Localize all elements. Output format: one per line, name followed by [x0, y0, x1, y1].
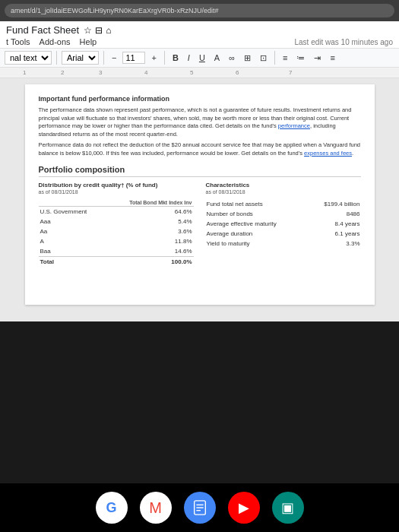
- decrease-font-icon[interactable]: −: [109, 52, 119, 64]
- strikethrough-button[interactable]: A: [211, 52, 223, 64]
- char-row-3: Average duration 6.1 years: [206, 229, 361, 239]
- char-row-0: Fund total net assets $199.4 billion: [206, 199, 361, 209]
- portfolio-grid: Distribution by credit quality† (% of fu…: [39, 182, 361, 267]
- toolbar: nal text Arial − + B I U A ∞ ⊞ ⊡ ≡ ≔ ⇥ ≡: [0, 48, 399, 68]
- document-page: Important fund performance information T…: [25, 84, 375, 305]
- dist-row-4: Baa 14.6%: [39, 246, 194, 257]
- align-icon[interactable]: ≡: [280, 52, 290, 64]
- menu-help[interactable]: Help: [80, 37, 97, 46]
- italic-button[interactable]: I: [185, 52, 193, 64]
- char-label: Average duration: [206, 229, 299, 239]
- dist-label: Aaa: [39, 217, 106, 226]
- char-label: Average effective maturity: [206, 219, 299, 229]
- char-label: Fund total net assets: [206, 199, 299, 209]
- char-value: 3.3%: [299, 239, 361, 249]
- star-icon[interactable]: ☆: [84, 25, 92, 36]
- gmail-icon[interactable]: M: [140, 492, 172, 524]
- dist-label: A: [39, 236, 106, 246]
- more-icon[interactable]: ≡: [327, 52, 337, 64]
- important-title: Important fund performance information: [39, 95, 361, 103]
- google-icon[interactable]: G: [96, 492, 128, 524]
- link-icon[interactable]: ∞: [226, 52, 238, 64]
- docs-header: Fund Fact Sheet ☆ ⊟ ⌂ t Tools Add-ons He…: [0, 21, 399, 48]
- section-title: Portfolio composition: [39, 165, 361, 177]
- dist-value: 3.6%: [106, 226, 194, 236]
- char-value: 8.4 years: [299, 219, 361, 229]
- dist-title: Distribution by credit quality† (% of fu…: [39, 182, 194, 188]
- dist-date: as of 08/31/2018: [39, 189, 194, 195]
- menu-addons[interactable]: Add-ons: [40, 37, 71, 46]
- char-value: 6.1 years: [299, 229, 361, 239]
- underline-button[interactable]: U: [196, 52, 208, 64]
- address-bar-area: [0, 0, 399, 21]
- separator-1: [56, 51, 57, 65]
- dist-value: 11.8%: [106, 236, 194, 246]
- title-icons: ☆ ⊟ ⌂: [84, 25, 111, 36]
- char-row-1: Number of bonds 8486: [206, 209, 361, 219]
- image-icon[interactable]: ⊞: [241, 52, 254, 65]
- docs-icon[interactable]: [184, 492, 216, 524]
- ruler: 1 2 3 4 5 6 7: [0, 68, 399, 78]
- dist-row-1: Aaa 5.4%: [39, 217, 194, 226]
- dist-row-0: U.S. Government 64.6%: [39, 207, 194, 217]
- increase-font-icon[interactable]: +: [148, 52, 159, 64]
- dist-label: U.S. Government: [39, 207, 106, 217]
- title-row: Fund Fact Sheet ☆ ⊟ ⌂: [6, 24, 393, 36]
- menu-row: t Tools Add-ons Help Last edit was 10 mi…: [6, 37, 393, 48]
- char-label: Number of bonds: [206, 209, 299, 219]
- bold-button[interactable]: B: [169, 52, 182, 64]
- dist-value: 5.4%: [106, 217, 194, 226]
- last-edit: Last edit was 10 minutes ago: [294, 38, 393, 46]
- dist-label: Total: [39, 257, 106, 268]
- performance-link[interactable]: performance: [278, 122, 310, 129]
- dist-col-header: Total Bond Mkt Index Inv: [106, 199, 194, 207]
- indent-icon[interactable]: ⇥: [311, 52, 324, 65]
- meet-icon[interactable]: ▣: [272, 492, 304, 524]
- char-row-4: Yield to maturity 3.3%: [206, 239, 361, 249]
- font-size-input[interactable]: [122, 52, 145, 64]
- disclaimer-2: Performance data do not reflect the dedu…: [39, 141, 361, 157]
- separator-2: [103, 51, 104, 65]
- dist-value: 100.0%: [106, 257, 194, 268]
- dist-row-3: A 11.8%: [39, 236, 194, 246]
- dark-area: [0, 321, 399, 376]
- drive-icon[interactable]: ⊟: [95, 25, 103, 36]
- dist-value: 64.6%: [106, 207, 194, 217]
- dist-col-label: [39, 199, 106, 207]
- cloud-icon[interactable]: ⌂: [106, 25, 111, 36]
- taskbar: G M ▶ ▣: [0, 483, 399, 532]
- document-title: Fund Fact Sheet: [6, 24, 79, 36]
- disclaimer-1: The performance data shown represent pas…: [39, 106, 361, 138]
- separator-4: [274, 51, 275, 65]
- dist-row-2: Aa 3.6%: [39, 226, 194, 236]
- dist-label: Baa: [39, 246, 106, 257]
- dist-value: 14.6%: [106, 246, 194, 257]
- style-select[interactable]: nal text: [5, 51, 52, 65]
- char-value: 8486: [299, 209, 361, 219]
- expenses-link[interactable]: expenses and fees: [304, 150, 352, 157]
- youtube-icon[interactable]: ▶: [228, 492, 260, 524]
- list-icon[interactable]: ≔: [293, 52, 308, 65]
- dist-row-5: Total 100.0%: [39, 257, 194, 268]
- characteristics-section: Characteristics as of 08/31/2018 Fund to…: [206, 182, 361, 267]
- comment-icon[interactable]: ⊡: [257, 52, 270, 65]
- dist-label: Aa: [39, 226, 106, 236]
- char-date: as of 08/31/2018: [206, 189, 361, 195]
- char-row-2: Average effective maturity 8.4 years: [206, 219, 361, 229]
- address-input[interactable]: [5, 4, 394, 17]
- menu-tools[interactable]: t Tools: [6, 37, 30, 46]
- font-select[interactable]: Arial: [62, 51, 99, 65]
- char-title: Characteristics: [206, 182, 361, 188]
- distribution-section: Distribution by credit quality† (% of fu…: [39, 182, 194, 267]
- separator-3: [164, 51, 165, 65]
- distribution-table: Total Bond Mkt Index Inv U.S. Government…: [39, 199, 194, 267]
- char-value: $199.4 billion: [299, 199, 361, 209]
- document-area: Important fund performance information T…: [0, 78, 399, 321]
- char-label: Yield to maturity: [206, 239, 299, 249]
- characteristics-table: Fund total net assets $199.4 billion Num…: [206, 199, 361, 249]
